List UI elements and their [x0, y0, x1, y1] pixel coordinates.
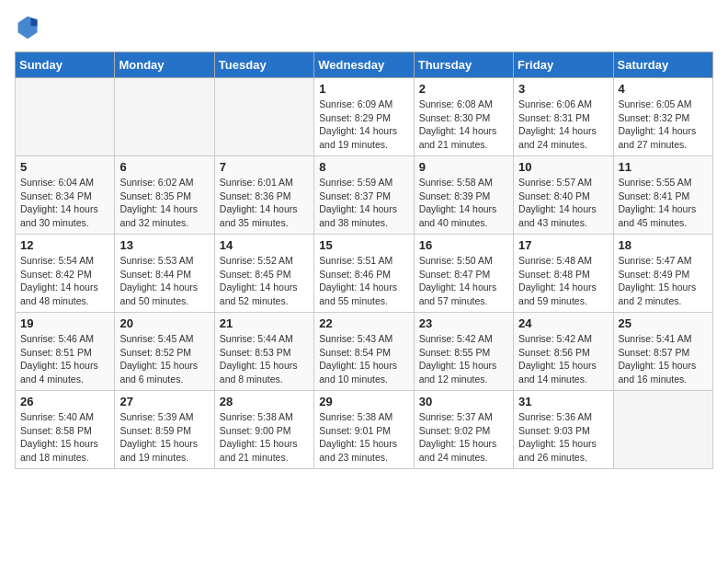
- week-row-5: 26Sunrise: 5:40 AMSunset: 8:58 PMDayligh…: [16, 391, 713, 469]
- day-cell: 20Sunrise: 5:45 AMSunset: 8:52 PMDayligh…: [115, 313, 214, 391]
- logo: [15, 15, 42, 40]
- day-info: Sunrise: 5:46 AMSunset: 8:51 PMDaylight:…: [20, 332, 109, 386]
- week-row-4: 19Sunrise: 5:46 AMSunset: 8:51 PMDayligh…: [16, 313, 713, 391]
- day-cell: 2Sunrise: 6:08 AMSunset: 8:30 PMDaylight…: [414, 78, 513, 156]
- day-number: 9: [419, 160, 508, 174]
- day-info: Sunrise: 5:51 AMSunset: 8:46 PMDaylight:…: [319, 254, 408, 308]
- day-number: 11: [619, 160, 708, 174]
- svg-marker-1: [31, 18, 38, 27]
- day-info: Sunrise: 6:06 AMSunset: 8:31 PMDaylight:…: [518, 98, 608, 152]
- day-info: Sunrise: 5:38 AMSunset: 9:00 PMDaylight:…: [220, 410, 309, 465]
- calendar-table: SundayMondayTuesdayWednesdayThursdayFrid…: [15, 52, 713, 469]
- day-cell: 16Sunrise: 5:50 AMSunset: 8:47 PMDayligh…: [414, 235, 513, 313]
- day-cell: [16, 78, 115, 156]
- day-number: 18: [619, 238, 708, 252]
- day-number: 17: [518, 238, 608, 252]
- day-number: 29: [319, 395, 408, 408]
- day-cell: 15Sunrise: 5:51 AMSunset: 8:46 PMDayligh…: [314, 235, 414, 313]
- day-header-wednesday: Wednesday: [314, 52, 414, 78]
- day-cell: 21Sunrise: 5:44 AMSunset: 8:53 PMDayligh…: [214, 313, 313, 391]
- day-info: Sunrise: 5:57 AMSunset: 8:40 PMDaylight:…: [518, 176, 608, 230]
- day-info: Sunrise: 5:42 AMSunset: 8:56 PMDaylight:…: [518, 332, 608, 386]
- day-cell: 27Sunrise: 5:39 AMSunset: 8:59 PMDayligh…: [115, 391, 214, 469]
- day-cell: 25Sunrise: 5:41 AMSunset: 8:57 PMDayligh…: [613, 313, 712, 391]
- day-cell: 24Sunrise: 5:42 AMSunset: 8:56 PMDayligh…: [514, 313, 613, 391]
- day-info: Sunrise: 6:08 AMSunset: 8:30 PMDaylight:…: [419, 98, 508, 152]
- day-header-saturday: Saturday: [613, 52, 712, 78]
- day-cell: 8Sunrise: 5:59 AMSunset: 8:37 PMDaylight…: [314, 156, 414, 235]
- day-number: 13: [119, 238, 209, 252]
- day-info: Sunrise: 5:45 AMSunset: 8:52 PMDaylight:…: [119, 332, 209, 386]
- day-cell: 5Sunrise: 6:04 AMSunset: 8:34 PMDaylight…: [16, 156, 115, 235]
- page-header: [15, 15, 713, 40]
- day-cell: 14Sunrise: 5:52 AMSunset: 8:45 PMDayligh…: [214, 235, 313, 313]
- day-number: 28: [220, 395, 309, 408]
- day-info: Sunrise: 5:48 AMSunset: 8:48 PMDaylight:…: [518, 254, 608, 308]
- week-row-1: 1Sunrise: 6:09 AMSunset: 8:29 PMDaylight…: [16, 78, 713, 156]
- day-number: 7: [220, 160, 309, 174]
- day-number: 16: [419, 238, 508, 252]
- day-cell: 30Sunrise: 5:37 AMSunset: 9:02 PMDayligh…: [414, 391, 513, 469]
- day-info: Sunrise: 5:37 AMSunset: 9:02 PMDaylight:…: [419, 410, 508, 465]
- day-header-sunday: Sunday: [16, 52, 115, 78]
- day-number: 12: [20, 238, 109, 252]
- day-cell: 7Sunrise: 6:01 AMSunset: 8:36 PMDaylight…: [214, 156, 313, 235]
- day-cell: [613, 391, 712, 469]
- day-number: 27: [119, 395, 209, 408]
- day-number: 8: [319, 160, 408, 174]
- day-cell: 13Sunrise: 5:53 AMSunset: 8:44 PMDayligh…: [115, 235, 214, 313]
- day-info: Sunrise: 5:43 AMSunset: 8:54 PMDaylight:…: [319, 332, 408, 386]
- day-number: 31: [518, 395, 608, 408]
- day-cell: 9Sunrise: 5:58 AMSunset: 8:39 PMDaylight…: [414, 156, 513, 235]
- day-number: 3: [518, 82, 608, 96]
- logo-icon: [15, 15, 40, 40]
- day-number: 2: [419, 82, 508, 96]
- day-cell: [115, 78, 214, 156]
- day-cell: 22Sunrise: 5:43 AMSunset: 8:54 PMDayligh…: [314, 313, 414, 391]
- day-info: Sunrise: 6:09 AMSunset: 8:29 PMDaylight:…: [319, 98, 408, 152]
- day-info: Sunrise: 5:41 AMSunset: 8:57 PMDaylight:…: [619, 332, 708, 386]
- day-number: 23: [419, 316, 508, 330]
- day-number: 4: [619, 82, 708, 96]
- day-info: Sunrise: 5:38 AMSunset: 9:01 PMDaylight:…: [319, 410, 408, 465]
- day-number: 21: [220, 316, 309, 330]
- day-cell: 6Sunrise: 6:02 AMSunset: 8:35 PMDaylight…: [115, 156, 214, 235]
- week-row-3: 12Sunrise: 5:54 AMSunset: 8:42 PMDayligh…: [16, 235, 713, 313]
- day-header-thursday: Thursday: [414, 52, 513, 78]
- day-info: Sunrise: 5:36 AMSunset: 9:03 PMDaylight:…: [518, 410, 608, 465]
- day-cell: 18Sunrise: 5:47 AMSunset: 8:49 PMDayligh…: [613, 235, 712, 313]
- day-number: 1: [319, 82, 408, 96]
- day-info: Sunrise: 5:50 AMSunset: 8:47 PMDaylight:…: [419, 254, 508, 308]
- day-cell: 29Sunrise: 5:38 AMSunset: 9:01 PMDayligh…: [314, 391, 414, 469]
- day-cell: 1Sunrise: 6:09 AMSunset: 8:29 PMDaylight…: [314, 78, 414, 156]
- day-header-monday: Monday: [115, 52, 214, 78]
- day-number: 6: [119, 160, 209, 174]
- day-info: Sunrise: 5:55 AMSunset: 8:41 PMDaylight:…: [619, 176, 708, 230]
- day-cell: 31Sunrise: 5:36 AMSunset: 9:03 PMDayligh…: [514, 391, 613, 469]
- day-header-friday: Friday: [514, 52, 613, 78]
- day-info: Sunrise: 6:01 AMSunset: 8:36 PMDaylight:…: [220, 176, 309, 230]
- day-info: Sunrise: 5:40 AMSunset: 8:58 PMDaylight:…: [20, 410, 109, 465]
- day-header-tuesday: Tuesday: [214, 52, 313, 78]
- day-info: Sunrise: 5:53 AMSunset: 8:44 PMDaylight:…: [119, 254, 209, 308]
- day-info: Sunrise: 5:52 AMSunset: 8:45 PMDaylight:…: [220, 254, 309, 308]
- week-row-2: 5Sunrise: 6:04 AMSunset: 8:34 PMDaylight…: [16, 156, 713, 235]
- day-cell: [214, 78, 313, 156]
- day-cell: 26Sunrise: 5:40 AMSunset: 8:58 PMDayligh…: [16, 391, 115, 469]
- day-number: 25: [619, 316, 708, 330]
- day-number: 14: [220, 238, 309, 252]
- day-cell: 12Sunrise: 5:54 AMSunset: 8:42 PMDayligh…: [16, 235, 115, 313]
- day-cell: 11Sunrise: 5:55 AMSunset: 8:41 PMDayligh…: [613, 156, 712, 235]
- day-cell: 3Sunrise: 6:06 AMSunset: 8:31 PMDaylight…: [514, 78, 613, 156]
- day-info: Sunrise: 5:58 AMSunset: 8:39 PMDaylight:…: [419, 176, 508, 230]
- day-cell: 19Sunrise: 5:46 AMSunset: 8:51 PMDayligh…: [16, 313, 115, 391]
- day-info: Sunrise: 5:44 AMSunset: 8:53 PMDaylight:…: [220, 332, 309, 386]
- day-number: 24: [518, 316, 608, 330]
- day-info: Sunrise: 5:47 AMSunset: 8:49 PMDaylight:…: [619, 254, 708, 308]
- day-info: Sunrise: 5:54 AMSunset: 8:42 PMDaylight:…: [20, 254, 109, 308]
- day-number: 22: [319, 316, 408, 330]
- day-number: 19: [20, 316, 109, 330]
- day-info: Sunrise: 5:39 AMSunset: 8:59 PMDaylight:…: [119, 410, 209, 465]
- day-cell: 4Sunrise: 6:05 AMSunset: 8:32 PMDaylight…: [613, 78, 712, 156]
- header-row: SundayMondayTuesdayWednesdayThursdayFrid…: [16, 52, 713, 78]
